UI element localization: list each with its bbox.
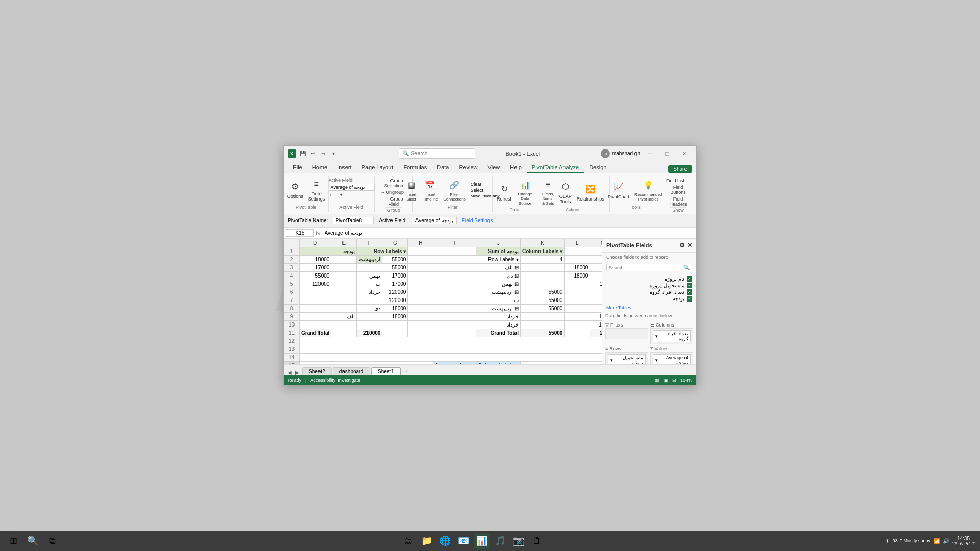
- tab-review[interactable]: Review: [454, 163, 482, 173]
- collapse-button[interactable]: -: [345, 192, 349, 198]
- pf-columns-dropzone[interactable]: تعداد افراد گروه ▾: [650, 328, 693, 344]
- search-box[interactable]: 🔍: [399, 148, 475, 159]
- pf-search-box[interactable]: 🔍: [606, 264, 692, 271]
- pf-checkbox-tedad[interactable]: [687, 289, 692, 295]
- share-button[interactable]: Share: [668, 165, 692, 173]
- taskbar-icon-1[interactable]: 🗂: [400, 533, 416, 549]
- pivottable-name-input[interactable]: [333, 217, 374, 224]
- pf-checkbox-mah[interactable]: [687, 283, 692, 288]
- filter-connections-button[interactable]: 🔗 FilterConnections: [441, 178, 468, 203]
- taskbar-icon-6[interactable]: 📷: [510, 533, 527, 549]
- taskbar-icon-2[interactable]: 📁: [419, 533, 435, 549]
- clock[interactable]: 14:35 ۱۴۰۳/۰۹/۰۳: [952, 536, 975, 546]
- add-sheet-button[interactable]: +: [402, 366, 411, 375]
- recommended-button[interactable]: 💡 RecommendedPivotTables: [632, 178, 664, 203]
- grid-container[interactable]: D E F G H I J K L M N O P: [284, 239, 602, 364]
- pivot1-col-label2[interactable]: Column Labels ▾: [520, 247, 564, 256]
- field-headers-button[interactable]: Field Headers: [665, 196, 692, 207]
- pf-columns-field-item[interactable]: تعداد افراد گروه ▾: [653, 330, 691, 342]
- tab-page-layout[interactable]: Page Layout: [357, 163, 399, 173]
- active-field-value2[interactable]: Average of بودجه: [412, 217, 457, 224]
- pf-field-mah[interactable]: ماه تحویل پروژه: [606, 282, 692, 289]
- close-button[interactable]: ×: [677, 148, 692, 159]
- taskbar-icon-excel[interactable]: 📊: [474, 533, 490, 549]
- pf-rows-field-mah[interactable]: ماه تحویل پروژه ▾: [608, 354, 646, 364]
- drill-up-button[interactable]: ↓: [334, 192, 338, 198]
- network-icon[interactable]: 📶: [934, 538, 940, 544]
- values-field-dropdown[interactable]: ▾: [655, 358, 658, 363]
- pivot1-row-label[interactable]: بودجه: [300, 247, 357, 256]
- change-data-source-button[interactable]: 📊 Change DataSource: [516, 178, 534, 207]
- expand-button[interactable]: +: [339, 192, 344, 198]
- pf-field-budget[interactable]: بودجه: [606, 295, 692, 302]
- pivot1-sum-label[interactable]: Sum of بودجه: [476, 247, 520, 256]
- fields-items-button[interactable]: ≡ Fields, Items,& Sets: [540, 178, 556, 207]
- field-list-button[interactable]: Field List: [665, 178, 692, 184]
- tab-help[interactable]: Help: [505, 163, 527, 173]
- active-field-input[interactable]: Average of بودجه: [329, 184, 375, 191]
- search-taskbar-button[interactable]: 🔍: [24, 533, 41, 549]
- sheet-nav-left[interactable]: ◀: [288, 370, 292, 375]
- save-button[interactable]: 💾: [298, 149, 307, 158]
- restore-button[interactable]: □: [659, 148, 675, 159]
- pivottable-options-button[interactable]: ⚙ Options: [285, 180, 305, 200]
- pf-rows-dropzone[interactable]: ماه تحویل پروژه ▾ نام پروژه ▾: [605, 352, 648, 364]
- relationships-button[interactable]: 🔀 Relationships: [575, 182, 606, 203]
- pf-values-dropzone[interactable]: Average of بودجه ▾: [650, 352, 693, 364]
- pivot1-col-label[interactable]: Row Labels ▾: [357, 247, 408, 256]
- pf-checkbox-budget[interactable]: [687, 296, 692, 302]
- pf-close-icon[interactable]: ✕: [687, 242, 692, 249]
- insert-slicer-button[interactable]: ▦ InsertSlicer: [403, 178, 420, 203]
- sheet-tab-sheet2[interactable]: Sheet2: [302, 367, 332, 375]
- cell-reference[interactable]: [286, 229, 314, 237]
- pf-field-tedad[interactable]: تعداد افراد گروه: [606, 289, 692, 295]
- tab-home[interactable]: Home: [307, 163, 332, 173]
- table-row: 4 55000 بهمن 17000 دی ⊞ 18000 18000: [284, 272, 602, 280]
- pf-settings-icon[interactable]: ⚙: [679, 242, 685, 249]
- minimize-button[interactable]: −: [642, 148, 657, 159]
- pf-field-nam-project[interactable]: نام پروژه: [606, 276, 692, 282]
- tab-pivottable-analyze[interactable]: PivotTable Analyze: [527, 163, 584, 173]
- pf-search-input[interactable]: [609, 265, 683, 270]
- view-page-icon[interactable]: ⊟: [672, 378, 676, 383]
- taskbar-icon-3[interactable]: 🌐: [437, 533, 453, 549]
- drill-down-button[interactable]: ↑: [329, 192, 333, 198]
- field-settings-button[interactable]: ≡ Field Settings: [306, 177, 327, 203]
- status-accessibility: Accessibility: Investigate: [310, 378, 360, 383]
- pf-more-tables[interactable]: More Tables...: [602, 304, 696, 311]
- refresh-button[interactable]: ↻ Refresh: [495, 182, 515, 203]
- tab-view[interactable]: View: [483, 163, 505, 173]
- more-qa-button[interactable]: ▾: [329, 149, 338, 158]
- tab-file[interactable]: File: [288, 163, 307, 173]
- start-button[interactable]: ⊞: [5, 533, 21, 549]
- view-layout-icon[interactable]: ▣: [664, 378, 668, 383]
- rows-field-mah-dropdown[interactable]: ▾: [610, 358, 613, 363]
- pf-subtitle: Choose fields to add to report:: [602, 253, 696, 262]
- volume-icon[interactable]: 🔊: [943, 538, 949, 544]
- taskbar-icon-4[interactable]: 📧: [455, 533, 472, 549]
- col-field-dropdown[interactable]: ▾: [655, 334, 658, 339]
- sheet-tab-sheet1[interactable]: Sheet1: [371, 367, 401, 375]
- tab-formulas[interactable]: Formulas: [398, 163, 432, 173]
- insert-timeline-button[interactable]: 📅 InsertTimeline: [421, 178, 440, 203]
- sheet-tab-dashboard[interactable]: dashboard: [333, 367, 370, 375]
- taskview-button[interactable]: ⧉: [44, 533, 60, 549]
- tab-data[interactable]: Data: [432, 163, 454, 173]
- tab-insert[interactable]: Insert: [332, 163, 357, 173]
- taskbar-icon-5[interactable]: 🎵: [492, 533, 508, 549]
- field-settings-link[interactable]: Field Settings: [462, 218, 493, 223]
- taskbar-icon-7[interactable]: 🗒: [529, 533, 545, 549]
- olap-button[interactable]: ⬡ OLAP Tools: [557, 180, 574, 205]
- sheet-nav-right[interactable]: ▶: [295, 370, 299, 375]
- field-buttons-button[interactable]: Field Buttons: [665, 184, 692, 195]
- tab-design[interactable]: Design: [584, 163, 611, 173]
- pivotchart-button[interactable]: 📈 PivotChart: [606, 180, 631, 201]
- redo-button[interactable]: ↪: [318, 149, 328, 158]
- pf-filters-dropzone[interactable]: [605, 328, 648, 339]
- search-input[interactable]: [411, 151, 472, 156]
- view-normal-icon[interactable]: ▦: [655, 378, 659, 383]
- formula-input[interactable]: [323, 230, 694, 236]
- pf-values-field-item[interactable]: Average of بودجه ▾: [653, 354, 691, 364]
- undo-button[interactable]: ↩: [308, 149, 317, 158]
- pf-checkbox-nam-project[interactable]: [687, 276, 692, 282]
